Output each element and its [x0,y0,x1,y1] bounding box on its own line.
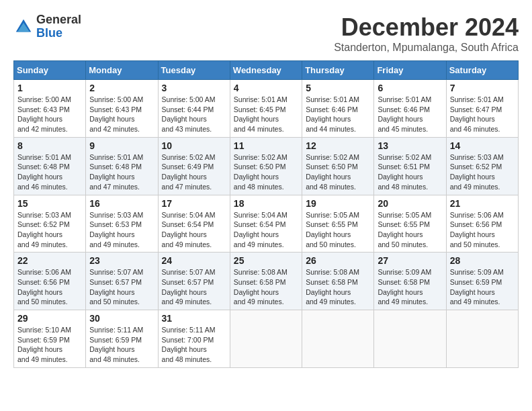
calendar-cell: 11Sunrise: 5:02 AMSunset: 6:50 PMDayligh… [230,137,302,195]
calendar-week-row: 1Sunrise: 5:00 AMSunset: 6:43 PMDaylight… [14,80,519,138]
day-number: 16 [89,198,154,209]
day-number: 17 [162,198,226,209]
day-number: 13 [378,140,442,151]
calendar-cell: 29Sunrise: 5:10 AMSunset: 6:59 PMDayligh… [14,310,86,368]
day-info: Sunrise: 5:05 AMSunset: 6:55 PMDaylight … [306,210,370,250]
day-number: 23 [89,255,154,266]
day-number: 1 [17,83,82,93]
calendar-week-row: 22Sunrise: 5:06 AMSunset: 6:56 PMDayligh… [14,253,519,310]
day-number: 4 [234,83,298,93]
day-number: 10 [162,140,226,151]
day-of-week-header: Friday [374,61,446,80]
calendar-week-row: 15Sunrise: 5:03 AMSunset: 6:52 PMDayligh… [14,195,519,253]
calendar-cell [230,310,302,368]
day-number: 29 [17,313,82,324]
logo-blue: Blue [36,27,81,40]
calendar-cell: 19Sunrise: 5:05 AMSunset: 6:55 PMDayligh… [302,195,374,253]
calendar-header: SundayMondayTuesdayWednesdayThursdayFrid… [14,61,519,80]
day-of-week-header: Saturday [446,61,518,80]
calendar-cell: 30Sunrise: 5:11 AMSunset: 6:59 PMDayligh… [86,310,158,368]
calendar-cell: 13Sunrise: 5:02 AMSunset: 6:51 PMDayligh… [374,137,446,195]
day-number: 5 [306,83,370,93]
calendar-cell: 5Sunrise: 5:01 AMSunset: 6:46 PMDaylight… [302,80,374,138]
days-of-week-row: SundayMondayTuesdayWednesdayThursdayFrid… [14,61,519,80]
calendar-cell: 25Sunrise: 5:08 AMSunset: 6:58 PMDayligh… [230,253,302,310]
day-info: Sunrise: 5:08 AMSunset: 6:58 PMDaylight … [234,267,298,307]
day-info: Sunrise: 5:09 AMSunset: 6:58 PMDaylight … [378,267,442,307]
day-info: Sunrise: 5:08 AMSunset: 6:58 PMDaylight … [306,267,370,307]
day-info: Sunrise: 5:07 AMSunset: 6:57 PMDaylight … [89,267,154,307]
day-info: Sunrise: 5:00 AMSunset: 6:43 PMDaylight … [17,95,82,134]
title-area: December 2024 Standerton, Mpumalanga, So… [334,13,519,54]
calendar-cell [446,310,518,368]
logo-general: General [36,13,81,27]
header: General Blue December 2024 Standerton, M… [13,13,519,54]
day-info: Sunrise: 5:11 AMSunset: 7:00 PMDaylight … [162,325,226,365]
day-number: 18 [234,198,298,209]
calendar-cell: 4Sunrise: 5:01 AMSunset: 6:45 PMDaylight… [230,80,302,138]
calendar-cell: 7Sunrise: 5:01 AMSunset: 6:47 PMDaylight… [446,80,518,138]
day-info: Sunrise: 5:06 AMSunset: 6:56 PMDaylight … [17,267,82,307]
calendar-cell: 22Sunrise: 5:06 AMSunset: 6:56 PMDayligh… [14,253,86,310]
calendar-cell: 27Sunrise: 5:09 AMSunset: 6:58 PMDayligh… [374,253,446,310]
day-number: 15 [17,198,82,209]
day-info: Sunrise: 5:02 AMSunset: 6:51 PMDaylight … [378,152,442,192]
logo: General Blue [13,13,81,40]
day-info: Sunrise: 5:04 AMSunset: 6:54 PMDaylight … [162,210,226,250]
day-info: Sunrise: 5:01 AMSunset: 6:46 PMDaylight … [378,95,442,134]
day-info: Sunrise: 5:00 AMSunset: 6:44 PMDaylight … [162,95,226,134]
day-info: Sunrise: 5:01 AMSunset: 6:48 PMDaylight … [89,152,154,192]
day-info: Sunrise: 5:03 AMSunset: 6:52 PMDaylight … [17,210,82,250]
day-number: 11 [234,140,298,151]
calendar-cell: 10Sunrise: 5:02 AMSunset: 6:49 PMDayligh… [158,137,230,195]
day-number: 26 [306,255,370,266]
day-number: 24 [162,255,226,266]
day-number: 8 [17,140,82,151]
calendar-week-row: 29Sunrise: 5:10 AMSunset: 6:59 PMDayligh… [14,310,519,368]
day-info: Sunrise: 5:03 AMSunset: 6:53 PMDaylight … [89,210,154,250]
day-number: 27 [378,255,442,266]
day-info: Sunrise: 5:11 AMSunset: 6:59 PMDaylight … [89,325,154,365]
day-number: 19 [306,198,370,209]
day-of-week-header: Monday [86,61,158,80]
calendar-cell: 2Sunrise: 5:00 AMSunset: 6:43 PMDaylight… [86,80,158,138]
day-number: 12 [306,140,370,151]
day-info: Sunrise: 5:02 AMSunset: 6:50 PMDaylight … [306,152,370,192]
calendar-body: 1Sunrise: 5:00 AMSunset: 6:43 PMDaylight… [14,80,519,368]
day-info: Sunrise: 5:05 AMSunset: 6:55 PMDaylight … [378,210,442,250]
calendar-cell: 20Sunrise: 5:05 AMSunset: 6:55 PMDayligh… [374,195,446,253]
calendar-cell: 16Sunrise: 5:03 AMSunset: 6:53 PMDayligh… [86,195,158,253]
day-number: 9 [89,140,154,151]
day-of-week-header: Tuesday [158,61,230,80]
calendar-cell: 24Sunrise: 5:07 AMSunset: 6:57 PMDayligh… [158,253,230,310]
calendar-cell: 28Sunrise: 5:09 AMSunset: 6:59 PMDayligh… [446,253,518,310]
calendar-cell: 17Sunrise: 5:04 AMSunset: 6:54 PMDayligh… [158,195,230,253]
calendar-cell: 8Sunrise: 5:01 AMSunset: 6:48 PMDaylight… [14,137,86,195]
calendar-cell: 6Sunrise: 5:01 AMSunset: 6:46 PMDaylight… [374,80,446,138]
month-title: December 2024 [334,13,519,42]
calendar-cell: 3Sunrise: 5:00 AMSunset: 6:44 PMDaylight… [158,80,230,138]
calendar-cell: 9Sunrise: 5:01 AMSunset: 6:48 PMDaylight… [86,137,158,195]
day-info: Sunrise: 5:06 AMSunset: 6:56 PMDaylight … [450,210,515,250]
calendar-cell: 31Sunrise: 5:11 AMSunset: 7:00 PMDayligh… [158,310,230,368]
day-info: Sunrise: 5:00 AMSunset: 6:43 PMDaylight … [89,95,154,134]
day-of-week-header: Thursday [302,61,374,80]
logo-icon [13,17,34,37]
day-number: 14 [450,140,515,151]
calendar-week-row: 8Sunrise: 5:01 AMSunset: 6:48 PMDaylight… [14,137,519,195]
day-info: Sunrise: 5:01 AMSunset: 6:48 PMDaylight … [17,152,82,192]
day-info: Sunrise: 5:03 AMSunset: 6:52 PMDaylight … [450,152,515,192]
day-info: Sunrise: 5:01 AMSunset: 6:47 PMDaylight … [450,95,515,134]
calendar-cell: 12Sunrise: 5:02 AMSunset: 6:50 PMDayligh… [302,137,374,195]
day-number: 31 [162,313,226,324]
day-number: 3 [162,83,226,93]
calendar-cell: 18Sunrise: 5:04 AMSunset: 6:54 PMDayligh… [230,195,302,253]
day-info: Sunrise: 5:01 AMSunset: 6:45 PMDaylight … [234,95,298,134]
day-number: 2 [89,83,154,93]
subtitle: Standerton, Mpumalanga, South Africa [334,42,519,54]
day-number: 25 [234,255,298,266]
day-number: 22 [17,255,82,266]
day-number: 20 [378,198,442,209]
calendar-cell [302,310,374,368]
calendar: SundayMondayTuesdayWednesdayThursdayFrid… [13,60,519,368]
